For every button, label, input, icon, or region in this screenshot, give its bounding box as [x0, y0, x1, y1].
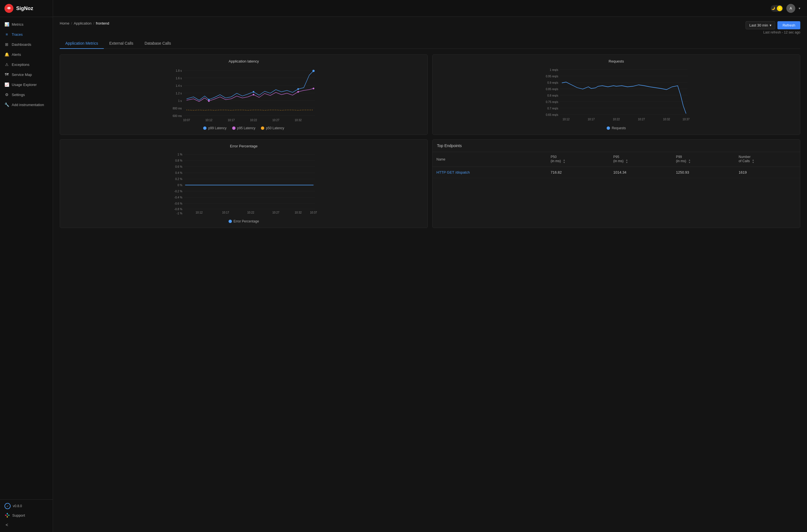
svg-point-29: [253, 91, 254, 93]
legend-p99: p99 Latency: [203, 126, 226, 130]
legend-p99-dot: [203, 127, 207, 130]
endpoints-title: Top Endpoints: [433, 139, 800, 152]
theme-toggle[interactable]: 🌙 ☀: [771, 5, 783, 12]
svg-rect-5: [7, 514, 8, 515]
endpoint-calls: 1619: [735, 167, 800, 178]
metrics-icon: 📊: [4, 22, 9, 26]
sidebar-item-exceptions[interactable]: ⚠Exceptions: [0, 59, 53, 70]
svg-point-32: [208, 100, 210, 102]
traces-icon: ≡: [4, 32, 9, 37]
logo-icon: 👁: [4, 4, 13, 13]
legend-p95: p95 Latency: [232, 126, 255, 130]
tab-external-calls[interactable]: External Calls: [104, 39, 139, 49]
svg-point-33: [253, 94, 254, 95]
svg-text:-0.8 %: -0.8 %: [174, 208, 182, 211]
svg-text:10:37: 10:37: [310, 211, 317, 214]
svg-text:0.8 req/s: 0.8 req/s: [547, 94, 558, 97]
endpoints-table: Name P50(in ms) ▲▼ P95(in ms) ▲▼ P99(in …: [433, 152, 800, 178]
sidebar-item-traces[interactable]: ≡Traces: [0, 29, 53, 39]
sidebar-nav: 📊Metrics≡Traces⊞Dashboards🔔Alerts⚠Except…: [0, 17, 53, 499]
col-calls[interactable]: Numberof Calls ▲▼: [735, 152, 800, 167]
user-menu-chevron[interactable]: ▾: [799, 6, 800, 10]
breadcrumb-current: frontend: [96, 21, 109, 25]
content-area: Home / Application / frontend Last 30 mi…: [53, 17, 807, 532]
svg-text:-1 %: -1 %: [177, 212, 182, 215]
sidebar-label-metrics: Metrics: [12, 22, 23, 26]
time-range-selector[interactable]: Last 30 min ▾: [746, 21, 775, 29]
svg-text:10:17: 10:17: [588, 118, 595, 121]
legend-error: Error Percentage: [229, 220, 259, 223]
svg-rect-3: [7, 516, 8, 517]
breadcrumb-home[interactable]: Home: [60, 21, 70, 25]
svg-text:1.6 s: 1.6 s: [176, 77, 182, 80]
sidebar: 👁 SigNoz 📊Metrics≡Traces⊞Dashboards🔔Aler…: [0, 0, 53, 532]
svg-text:0.95 req/s: 0.95 req/s: [546, 75, 558, 78]
svg-text:1.8 s: 1.8 s: [176, 69, 182, 72]
user-avatar[interactable]: A: [786, 4, 795, 13]
time-range-label: Last 30 min: [749, 23, 768, 27]
svg-text:0.4 %: 0.4 %: [175, 171, 182, 174]
svg-point-31: [312, 70, 315, 72]
svg-text:10:12: 10:12: [196, 211, 203, 214]
endpoint-link[interactable]: HTTP GET /dispatch: [437, 170, 469, 174]
svg-text:0.65 req/s: 0.65 req/s: [546, 113, 558, 116]
endpoint-p95: 1014.34: [610, 167, 672, 178]
endpoint-p50: 716.82: [547, 167, 610, 178]
sidebar-item-metrics[interactable]: 📊Metrics: [0, 19, 53, 29]
sidebar-label-exceptions: Exceptions: [12, 62, 30, 67]
sidebar-item-dashboards[interactable]: ⊞Dashboards: [0, 39, 53, 50]
svg-text:800 ms: 800 ms: [173, 107, 182, 110]
add-instrumentation-icon: 🔧: [4, 102, 9, 107]
col-name: Name: [433, 152, 547, 167]
topbar-right: 🌙 ☀ A ▾: [771, 4, 800, 13]
refresh-button[interactable]: Refresh: [777, 21, 800, 29]
svg-text:10:32: 10:32: [295, 211, 302, 214]
svg-text:10:27: 10:27: [638, 118, 645, 121]
col-p95[interactable]: P95(in ms) ▲▼: [610, 152, 672, 167]
sidebar-item-add-instrumentation[interactable]: 🔧Add instrumentation: [0, 100, 53, 110]
legend-error-label: Error Percentage: [234, 220, 259, 223]
requests-chart-title: Requests: [437, 59, 795, 63]
tab-database-calls[interactable]: Database Calls: [139, 39, 177, 49]
col-p50[interactable]: P50(in ms) ▲▼: [547, 152, 610, 167]
breadcrumb-sep2: /: [93, 21, 94, 25]
tab-application-metrics[interactable]: Application Metrics: [60, 39, 104, 49]
tabs-bar: Application Metrics External Calls Datab…: [60, 39, 800, 49]
service-map-icon: 🗺: [4, 72, 9, 77]
requests-legend: Requests: [437, 126, 795, 130]
svg-text:0.7 req/s: 0.7 req/s: [547, 107, 558, 110]
svg-text:10:17: 10:17: [222, 211, 229, 214]
sidebar-label-settings: Settings: [12, 93, 25, 97]
usage-explorer-icon: 📈: [4, 82, 9, 87]
breadcrumb-application[interactable]: Application: [74, 21, 92, 25]
main-area: 🌙 ☀ A ▾ Home / Application / frontend La…: [53, 0, 807, 532]
svg-point-30: [297, 88, 299, 90]
top-endpoints-card: Top Endpoints Name P50(in ms) ▲▼ P95(in …: [432, 139, 800, 228]
slack-icon: [4, 512, 10, 518]
col-p99[interactable]: P99(in ms) ▲▼: [672, 152, 735, 167]
error-chart-card: Error Percentage 1 % 0.8 % 0.6 % 0.4 % 0…: [60, 139, 428, 228]
sidebar-item-usage-explorer[interactable]: 📈Usage Explorer: [0, 79, 53, 90]
collapse-button[interactable]: <: [4, 521, 48, 529]
support-item[interactable]: Support: [4, 512, 48, 518]
legend-p95-label: p95 Latency: [237, 126, 255, 130]
sidebar-item-service-map[interactable]: 🗺Service Map: [0, 70, 53, 79]
svg-text:10:27: 10:27: [272, 119, 279, 122]
svg-text:10:12: 10:12: [205, 119, 212, 122]
sidebar-label-service-map: Service Map: [12, 73, 32, 77]
svg-text:1 s: 1 s: [178, 99, 182, 102]
sidebar-item-settings[interactable]: ⚙Settings: [0, 90, 53, 100]
error-chart-svg: 1 % 0.8 % 0.6 % 0.4 % 0.2 % 0 % -0.2 % -…: [64, 152, 423, 216]
sort-p99: ▲▼: [688, 159, 691, 164]
svg-text:10:22: 10:22: [613, 118, 620, 121]
svg-text:600 ms: 600 ms: [173, 114, 182, 117]
latency-legend: p99 Latency p95 Latency p50 Latency: [64, 126, 423, 130]
svg-rect-0: [5, 515, 6, 516]
support-label: Support: [12, 513, 25, 517]
svg-rect-2: [8, 515, 9, 516]
sidebar-item-alerts[interactable]: 🔔Alerts: [0, 50, 53, 59]
sort-calls: ▲▼: [752, 159, 754, 164]
svg-text:1.4 s: 1.4 s: [176, 84, 182, 87]
version-badge: ✓ v0.8.0: [4, 503, 48, 509]
charts-grid-top: Application latency 1.8 s 1.6 s 1.4 s 1.…: [60, 54, 800, 135]
